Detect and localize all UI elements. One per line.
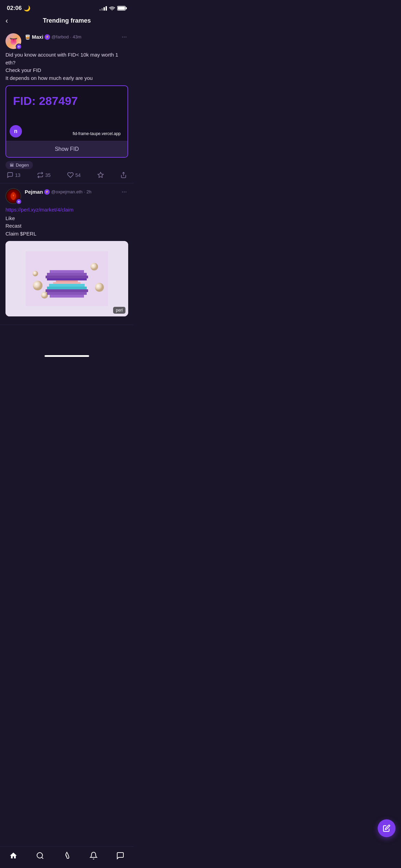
post-author-row: 🥃 Maxi ⚡ @farbod · 43m ··· bbox=[25, 33, 128, 40]
post-author-info: Pejman ⚡ @oxpejman.eth · 2h bbox=[25, 189, 92, 195]
page-title: Trending frames bbox=[43, 17, 91, 24]
wifi-icon bbox=[109, 6, 115, 11]
frame-content: FID: 287497 n fid-frame-taupe.vercel.app bbox=[6, 86, 127, 141]
status-bar: 02:06 🌙 bbox=[0, 0, 134, 14]
post-content: https://perl.xyz/market/4/claim Like Rec… bbox=[5, 206, 128, 238]
post-author-info: 🥃 Maxi ⚡ @farbod · 43m bbox=[25, 34, 81, 40]
separator: · bbox=[84, 189, 85, 194]
svg-rect-21 bbox=[50, 295, 84, 298]
frame-card: FID: 287497 n fid-frame-taupe.vercel.app… bbox=[5, 85, 128, 158]
frame-footer: n fid-frame-taupe.vercel.app bbox=[10, 125, 124, 137]
post-content: Did you know account with FID< 10k may w… bbox=[5, 51, 128, 82]
svg-rect-18 bbox=[47, 287, 87, 289]
signal-bars-icon bbox=[99, 6, 107, 11]
svg-point-8 bbox=[33, 271, 38, 276]
post-item: 👅 + 🥃 Maxi ⚡ @farbod · 43m ··· Did you bbox=[0, 28, 134, 183]
svg-point-10 bbox=[95, 283, 104, 292]
diamond-icon bbox=[97, 172, 104, 178]
frame-logo: n bbox=[10, 125, 22, 137]
post-author-row: Pejman ⚡ @oxpejman.eth · 2h ··· bbox=[25, 188, 128, 195]
svg-rect-20 bbox=[47, 292, 87, 295]
author-handle: @oxpejman.eth bbox=[51, 189, 82, 194]
comment-button[interactable]: 13 bbox=[7, 172, 21, 178]
recast-icon bbox=[37, 172, 44, 178]
svg-rect-13 bbox=[46, 276, 88, 278]
follow-badge[interactable]: + bbox=[16, 198, 22, 205]
feed: 👅 + 🥃 Maxi ⚡ @farbod · 43m ··· Did you bbox=[0, 28, 134, 352]
svg-rect-14 bbox=[47, 278, 87, 280]
svg-point-9 bbox=[90, 263, 98, 270]
frame-domain: fid-frame-taupe.vercel.app bbox=[69, 130, 124, 137]
post-meta: 🥃 Maxi ⚡ @farbod · 43m ··· bbox=[25, 33, 128, 49]
post-meta: Pejman ⚡ @oxpejman.eth · 2h ··· bbox=[25, 188, 128, 204]
svg-rect-2 bbox=[118, 7, 125, 10]
post-item: + Pejman ⚡ @oxpejman.eth · 2h ··· https:… bbox=[0, 183, 134, 325]
separator: · bbox=[70, 34, 71, 39]
home-indicator bbox=[45, 355, 89, 357]
share-button[interactable] bbox=[120, 172, 127, 178]
svg-rect-19 bbox=[46, 289, 88, 292]
image-domain: perl bbox=[113, 307, 125, 314]
action-bar: 13 35 54 bbox=[5, 172, 128, 178]
post-header: 👅 + 🥃 Maxi ⚡ @farbod · 43m ··· bbox=[5, 33, 128, 49]
svg-rect-1 bbox=[126, 7, 127, 9]
heart-icon bbox=[67, 172, 74, 178]
author-emoji: 🥃 bbox=[25, 34, 31, 40]
more-options-button[interactable]: ··· bbox=[120, 188, 128, 195]
more-options-button[interactable]: ··· bbox=[120, 33, 128, 40]
back-button[interactable]: ‹ bbox=[5, 16, 8, 25]
svg-point-6 bbox=[33, 281, 42, 290]
post-link[interactable]: https://perl.xyz/market/4/claim bbox=[5, 207, 73, 213]
frame-fid-display: FID: 287497 bbox=[13, 94, 121, 108]
moon-icon: 🌙 bbox=[24, 5, 31, 12]
author-handle: @farbod bbox=[51, 34, 69, 39]
svg-marker-3 bbox=[98, 172, 103, 178]
diamond-button[interactable] bbox=[97, 172, 104, 178]
post-text: Like Recast Claim $PERL bbox=[5, 215, 128, 238]
author-name: Pejman bbox=[25, 189, 43, 195]
show-fid-button[interactable]: Show FID bbox=[6, 141, 127, 157]
image-content: perl bbox=[5, 241, 128, 316]
post-time: 43m bbox=[73, 34, 81, 39]
pixel-burger-art bbox=[26, 251, 108, 306]
comment-count: 13 bbox=[15, 172, 21, 178]
post-time: 2h bbox=[86, 189, 91, 194]
post-header: + Pejman ⚡ @oxpejman.eth · 2h ··· bbox=[5, 188, 128, 204]
like-button[interactable]: 54 bbox=[67, 172, 81, 178]
svg-rect-12 bbox=[47, 273, 87, 276]
verified-pulse-icon: ⚡ bbox=[45, 34, 50, 40]
degen-icon: 🏛 bbox=[10, 162, 14, 168]
like-count: 54 bbox=[75, 172, 81, 178]
status-time: 02:06 bbox=[7, 5, 22, 12]
follow-badge[interactable]: + bbox=[16, 44, 22, 50]
status-icons bbox=[99, 6, 127, 11]
recast-button[interactable]: 35 bbox=[37, 172, 51, 178]
tag-label: Degen bbox=[16, 162, 29, 168]
verified-pulse-icon: ⚡ bbox=[44, 189, 50, 195]
author-name: Maxi bbox=[32, 34, 43, 40]
comment-icon bbox=[7, 172, 13, 178]
avatar-wrap: 👅 + bbox=[5, 33, 21, 49]
svg-rect-11 bbox=[50, 270, 84, 273]
post-tags: 🏛 Degen bbox=[5, 161, 128, 169]
recast-count: 35 bbox=[45, 172, 51, 178]
svg-rect-17 bbox=[49, 284, 85, 287]
page-header: ‹ Trending frames bbox=[0, 14, 134, 28]
image-card: perl bbox=[5, 241, 128, 316]
avatar-wrap: + bbox=[5, 188, 21, 204]
battery-icon bbox=[117, 6, 127, 11]
share-icon bbox=[120, 172, 127, 178]
tag-degen: 🏛 Degen bbox=[5, 161, 33, 169]
